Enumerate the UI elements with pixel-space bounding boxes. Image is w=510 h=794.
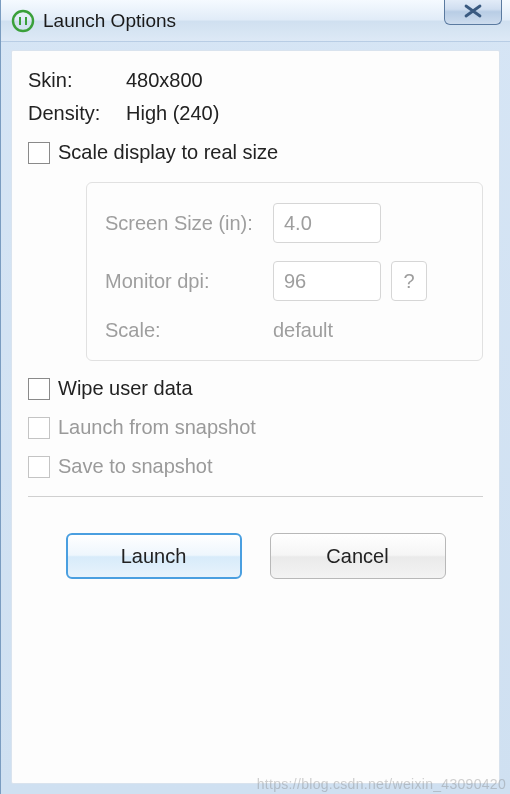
app-icon (11, 9, 35, 33)
cancel-button[interactable]: Cancel (270, 533, 446, 579)
svg-point-0 (13, 11, 33, 31)
screen-size-label: Screen Size (in): (105, 212, 273, 235)
scale-display-row: Scale display to real size (28, 141, 483, 164)
dialog-window: Launch Options Skin: 480x800 Density: Hi… (0, 0, 510, 794)
launch-snapshot-row: Launch from snapshot (28, 416, 483, 439)
scale-value: default (273, 319, 333, 342)
density-row: Density: High (240) (28, 102, 483, 125)
close-button[interactable] (444, 0, 502, 25)
launch-snapshot-label: Launch from snapshot (58, 416, 256, 439)
window-title: Launch Options (43, 10, 176, 32)
scale-value-row: Scale: default (105, 319, 466, 342)
separator (28, 496, 483, 497)
launch-button[interactable]: Launch (66, 533, 242, 579)
density-label: Density: (28, 102, 126, 125)
scale-display-checkbox[interactable] (28, 142, 50, 164)
watermark: https://blog.csdn.net/weixin_43090420 (257, 776, 506, 792)
button-row: Launch Cancel (28, 533, 483, 579)
titlebar: Launch Options (1, 0, 510, 42)
help-icon: ? (403, 270, 414, 293)
screen-size-row: Screen Size (in): (105, 203, 466, 243)
monitor-dpi-row: Monitor dpi: ? (105, 261, 466, 301)
scale-display-label[interactable]: Scale display to real size (58, 141, 278, 164)
save-snapshot-checkbox[interactable] (28, 456, 50, 478)
wipe-user-data-checkbox[interactable] (28, 378, 50, 400)
skin-row: Skin: 480x800 (28, 69, 483, 92)
density-value: High (240) (126, 102, 219, 125)
wipe-user-data-row: Wipe user data (28, 377, 483, 400)
client-area: Skin: 480x800 Density: High (240) Scale … (11, 50, 500, 784)
monitor-dpi-label: Monitor dpi: (105, 270, 273, 293)
scale-value-label: Scale: (105, 319, 273, 342)
save-snapshot-row: Save to snapshot (28, 455, 483, 478)
save-snapshot-label: Save to snapshot (58, 455, 213, 478)
screen-size-input[interactable] (273, 203, 381, 243)
monitor-dpi-input[interactable] (273, 261, 381, 301)
wipe-user-data-label[interactable]: Wipe user data (58, 377, 193, 400)
monitor-dpi-help-button[interactable]: ? (391, 261, 427, 301)
scale-group: Screen Size (in): Monitor dpi: ? Scale: … (86, 182, 483, 361)
skin-value: 480x800 (126, 69, 203, 92)
launch-snapshot-checkbox[interactable] (28, 417, 50, 439)
close-icon (462, 4, 484, 18)
skin-label: Skin: (28, 69, 126, 92)
